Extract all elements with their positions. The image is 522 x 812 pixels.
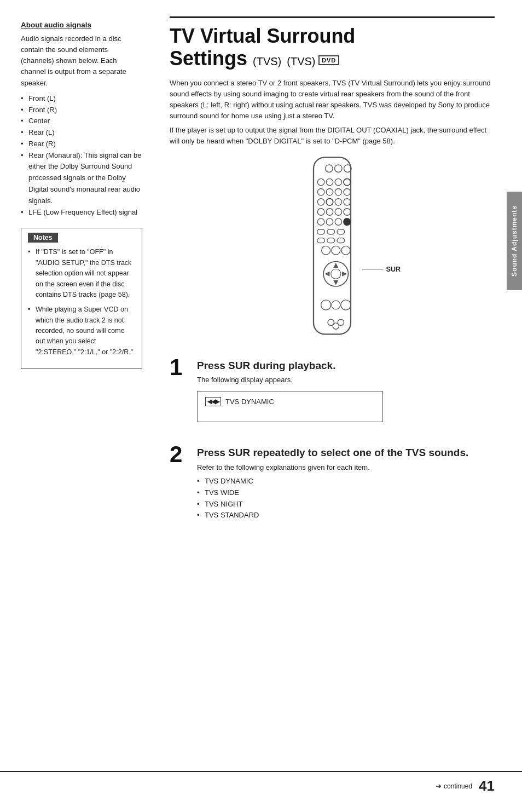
svg-point-14 — [335, 198, 341, 205]
continued-label: continued — [444, 782, 472, 790]
continued-text: ➔ continued — [436, 782, 472, 790]
step2-body: Refer to the following explanations give… — [197, 462, 468, 473]
page-main-heading: TV Virtual Surround Settings (TVS) (TVS)… — [170, 25, 495, 70]
title-line2: Settings — [170, 47, 247, 70]
tvs-subtitle-text: (TVS) — [287, 55, 318, 67]
svg-rect-28 — [327, 238, 335, 243]
svg-marker-38 — [342, 271, 347, 276]
svg-point-8 — [317, 188, 324, 195]
step2-number: 2 — [170, 443, 189, 466]
svg-point-22 — [335, 218, 341, 225]
svg-point-19 — [344, 208, 350, 215]
list-item: Rear (Monaural): This signal can be eith… — [21, 150, 142, 207]
svg-point-16 — [317, 208, 324, 215]
remote-illustration: SUR — [170, 156, 495, 344]
side-tab: Sound Adjustments — [507, 192, 522, 290]
svg-point-31 — [332, 246, 340, 255]
svg-point-41 — [341, 300, 351, 310]
svg-point-18 — [335, 208, 341, 215]
list-item: TVS DYNAMIC — [197, 476, 468, 487]
page-title-block: TV Virtual Surround Settings (TVS) (TVS)… — [170, 16, 495, 70]
svg-point-9 — [326, 188, 333, 195]
remote-svg — [294, 156, 370, 342]
svg-point-21 — [326, 218, 333, 225]
svg-point-34 — [331, 269, 341, 279]
list-item: TVS WIDE — [197, 487, 468, 499]
section-title: About audio signals — [21, 21, 142, 29]
bullet-list: Front (L) Front (R) Center Rear (L) Rear… — [21, 93, 142, 218]
svg-marker-36 — [333, 280, 338, 285]
notes-title: Notes — [28, 233, 58, 243]
svg-marker-35 — [333, 263, 338, 268]
step1-body: The following display appears. — [197, 375, 383, 385]
svg-point-4 — [317, 178, 324, 185]
step1-title: Press SUR during playback. — [197, 359, 383, 373]
svg-point-5 — [326, 178, 333, 185]
dvd-badge: DVD — [318, 55, 339, 66]
svg-rect-26 — [337, 229, 345, 234]
svg-point-10 — [335, 188, 341, 195]
svg-rect-27 — [317, 238, 325, 243]
page-number: 41 — [479, 778, 495, 794]
list-item: Front (R) — [21, 105, 142, 116]
step-2: 2 Press SUR repeatedly to select one of … — [170, 443, 495, 526]
section-body: Audio signals recorded in a disc contain… — [21, 33, 142, 89]
svg-point-44 — [338, 319, 344, 325]
display-icon: ◀◀▶ — [205, 397, 221, 406]
list-item: LFE (Low Frequency Effect) signal — [21, 207, 142, 218]
svg-point-17 — [326, 208, 333, 215]
list-item: Front (L) — [21, 93, 142, 105]
tvs-subtitle: (TVS) — [253, 55, 281, 67]
sur-label: SUR — [386, 266, 401, 273]
svg-point-30 — [322, 246, 330, 255]
arrow-right-icon: ➔ — [436, 782, 442, 790]
right-description1: When you connect a stereo TV or 2 front … — [170, 78, 495, 122]
svg-point-32 — [341, 246, 350, 255]
display-box: ◀◀▶ TVS DYNAMIC — [197, 391, 383, 422]
svg-point-12 — [317, 198, 324, 205]
list-item: TVS STANDARD — [197, 510, 468, 521]
side-tab-label: Sound Adjustments — [511, 205, 518, 277]
step2-list: TVS DYNAMIC TVS WIDE TVS NIGHT TVS STAND… — [197, 476, 468, 521]
display-text: TVS DYNAMIC — [225, 398, 274, 406]
svg-rect-25 — [327, 229, 335, 234]
svg-point-15 — [344, 198, 350, 205]
svg-point-6 — [335, 178, 341, 185]
svg-rect-24 — [317, 229, 325, 234]
list-item: Center — [21, 116, 142, 127]
notes-box: Notes If "DTS" is set to "OFF" in "AUDIO… — [21, 228, 142, 369]
step2-title: Press SUR repeatedly to select one of th… — [197, 446, 468, 460]
svg-point-40 — [332, 301, 340, 309]
svg-point-13 — [326, 198, 333, 205]
list-item: TVS NIGHT — [197, 499, 468, 510]
note-item: If "DTS" is set to "OFF" in "AUDIO SETUP… — [28, 247, 135, 300]
list-item: Rear (R) — [21, 139, 142, 150]
svg-rect-29 — [337, 238, 345, 243]
note-item: While playing a Super VCD on which the a… — [28, 304, 135, 358]
svg-point-39 — [321, 300, 331, 310]
svg-point-2 — [335, 164, 343, 172]
svg-point-7 — [344, 178, 350, 185]
right-description2: If the player is set up to output the si… — [170, 125, 495, 147]
svg-marker-37 — [324, 271, 329, 276]
step-1: 1 Press SUR during playback. The followi… — [170, 356, 495, 434]
bottom-bar: ➔ continued 41 — [0, 771, 522, 794]
svg-point-11 — [344, 188, 350, 195]
svg-point-23 — [344, 218, 350, 225]
svg-point-1 — [326, 164, 333, 172]
step1-number: 1 — [170, 356, 189, 379]
svg-point-20 — [317, 218, 324, 225]
list-item: Rear (L) — [21, 127, 142, 139]
title-line1: TV Virtual Surround — [170, 25, 355, 47]
